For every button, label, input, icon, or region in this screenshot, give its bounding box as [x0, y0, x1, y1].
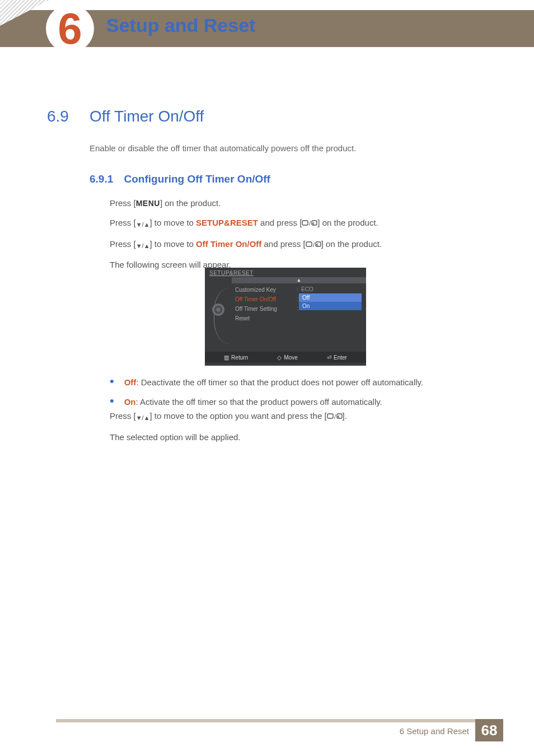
subsection-title: Configuring Off Timer On/Off — [124, 173, 270, 185]
osd-scroll-up-icon: ▲ — [232, 277, 366, 283]
footer-chapter-label: 6 Setup and Reset — [400, 726, 469, 736]
step-2: Press [▼/▲] to move to SETUP&RESET and p… — [110, 217, 489, 231]
step-target: SETUP&RESET — [196, 218, 258, 227]
osd-title: SETUP&RESET — [205, 268, 366, 277]
gear-icon — [212, 304, 224, 316]
down-up-arrow-icon: ▼/▲ — [136, 242, 150, 251]
svg-rect-8 — [337, 414, 342, 418]
option-on: • On: Activate the off timer so that the… — [110, 396, 484, 409]
svg-text:/: / — [309, 220, 311, 227]
post-step-2: The selected option will be applied. — [110, 431, 484, 444]
osd-footer-enter: ⏎Enter — [327, 354, 347, 361]
page-number: 68 — [481, 722, 498, 739]
osd-curve-decor — [214, 288, 229, 344]
osd-menu-item: Off Timer Setting — [232, 304, 293, 314]
osd-dropdown-option-selected: Off — [299, 293, 362, 302]
svg-rect-6 — [327, 414, 333, 418]
option-list: • Off: Deactivate the off timer so that … — [110, 376, 484, 415]
subsection-heading: 6.9.1 Configuring Off Timer On/Off — [90, 173, 270, 185]
subsection-number: 6.9.1 — [90, 173, 113, 185]
chapter-title: Setup and Reset — [106, 15, 255, 36]
option-desc: : Activate the off timer so that the pro… — [136, 397, 382, 407]
svg-text:/: / — [334, 413, 336, 420]
osd-dropdown-option: On — [299, 302, 362, 310]
updown-icon: ◇ — [277, 354, 282, 361]
menu-button-label: MENU — [136, 199, 160, 208]
svg-rect-3 — [306, 242, 312, 246]
osd-value-column: :ECO : : Off On — [293, 283, 366, 352]
bullet-icon: • — [110, 376, 114, 389]
osd-dropdown: Off On — [299, 293, 362, 310]
chapter-number: 6 — [58, 7, 82, 50]
enter-source-icon: / — [302, 218, 317, 231]
enter-source-icon: / — [327, 412, 343, 424]
osd-footer: ▥Return ◇Move ⏎Enter — [205, 352, 366, 363]
post-step-list: Press [▼/▲] to move to the option you wa… — [110, 410, 484, 451]
svg-rect-0 — [302, 221, 308, 225]
step-3: Press [▼/▲] to move to Off Timer On/Off … — [110, 238, 489, 252]
osd-menu-item: Reset — [232, 314, 293, 323]
osd-footer-return: ▥Return — [224, 354, 248, 361]
steps-list: Press [MENU] on the product. Press [▼/▲]… — [110, 197, 489, 278]
chapter-badge: 6 — [46, 4, 94, 53]
enter-source-icon: / — [306, 240, 321, 252]
step-1: Press [MENU] on the product. — [110, 197, 489, 209]
osd-menu-column: Customized Key Off Timer On/Off Off Time… — [232, 283, 293, 352]
step-target: Off Timer On/Off — [196, 239, 261, 249]
down-up-arrow-icon: ▼/▲ — [136, 414, 150, 423]
return-icon: ▥ — [224, 354, 229, 361]
bullet-icon: • — [110, 396, 114, 409]
option-off: • Off: Deactivate the off timer so that … — [110, 376, 484, 389]
section-intro: Enable or disable the off timer that aut… — [90, 143, 356, 153]
osd-footer-move: ◇Move — [277, 354, 297, 361]
down-up-arrow-icon: ▼/▲ — [136, 221, 150, 230]
osd-screenshot: SETUP&RESET ▲ Customized Key Off Timer O… — [205, 268, 366, 366]
option-label: On — [124, 397, 136, 407]
section-number: 6.9 — [47, 108, 69, 125]
osd-menu-item-active: Off Timer On/Off — [232, 295, 293, 304]
osd-icon-column — [205, 283, 232, 352]
svg-rect-2 — [312, 221, 317, 225]
enter-icon: ⏎ — [327, 354, 331, 361]
osd-menu-item: Customized Key — [232, 285, 293, 295]
option-desc: : Deactivate the off timer so that the p… — [136, 377, 423, 387]
option-label: Off — [124, 377, 137, 387]
osd-value-row: :ECO — [293, 284, 366, 294]
post-step-1: Press [▼/▲] to move to the option you wa… — [110, 410, 484, 424]
footer-page-badge: 68 — [475, 719, 503, 741]
svg-rect-5 — [316, 242, 321, 246]
footer-divider — [56, 719, 503, 722]
svg-text:/: / — [313, 241, 315, 248]
osd-body: Customized Key Off Timer On/Off Off Time… — [205, 283, 366, 352]
section-title: Off Timer On/Off — [90, 108, 204, 125]
